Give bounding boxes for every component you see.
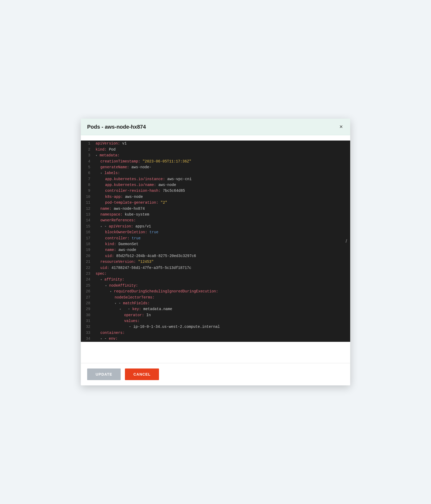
line-number: 5 bbox=[81, 164, 93, 170]
line-content[interactable]: resourceVersion: "12453" bbox=[93, 259, 350, 265]
yaml-key: controller: bbox=[105, 236, 129, 240]
line-content[interactable]: kind: Pod bbox=[93, 147, 350, 152]
line-content[interactable]: nodeSelectorTerms: bbox=[93, 295, 350, 300]
line-content[interactable]: name: aws-node-hx874 bbox=[93, 206, 350, 212]
line-content[interactable]: - ip-10-0-1-34.us-west-2.compute.interna… bbox=[93, 324, 350, 330]
table-row: 24▾ affinity: bbox=[81, 277, 350, 282]
collapse-icon[interactable]: ▾ bbox=[100, 225, 104, 228]
line-content[interactable]: ▾ metadata: bbox=[93, 152, 350, 158]
yaml-plain-value: - bbox=[123, 307, 132, 311]
yaml-key: labels: bbox=[104, 171, 120, 175]
table-row: 12name: aws-node-hx874 bbox=[81, 206, 350, 212]
yaml-key: key: bbox=[132, 307, 141, 311]
line-content[interactable]: controller-revision-hash: 7bc5c64d85 bbox=[93, 188, 350, 194]
line-number: 9 bbox=[81, 188, 93, 194]
line-content[interactable]: ▾ requiredDuringSchedulingIgnoredDuringE… bbox=[93, 288, 350, 294]
yaml-key: nodeSelectorTerms: bbox=[115, 295, 154, 300]
yaml-plain-value: In bbox=[144, 313, 151, 317]
close-button[interactable]: × bbox=[338, 123, 344, 131]
line-content[interactable]: values: bbox=[93, 318, 350, 324]
collapse-icon[interactable]: ▾ bbox=[96, 154, 99, 157]
table-row: 21resourceVersion: "12453" bbox=[81, 259, 350, 265]
line-number: 15 bbox=[81, 223, 93, 229]
line-content[interactable]: kind: DaemonSet bbox=[93, 241, 350, 247]
line-content[interactable]: ▾ - apiVersion: apps/v1 bbox=[93, 223, 350, 229]
line-number: 29 bbox=[81, 306, 93, 312]
table-row: 8app.kubernetes.io/name: aws-node bbox=[81, 182, 350, 188]
line-content[interactable]: app.kubernetes.io/instance: aws-vpc-cni bbox=[93, 176, 350, 182]
line-number: 11 bbox=[81, 200, 93, 206]
yaml-string-value: "2023-06-05T11:17:36Z" bbox=[140, 159, 191, 164]
table-row: 30operator: In bbox=[81, 312, 350, 318]
table-row: 34▾ - env: bbox=[81, 336, 350, 342]
table-row: 20uid: 85d2fb12-204b-4ca8-8275-20ed3c329… bbox=[81, 253, 350, 259]
collapse-icon[interactable]: ▾ bbox=[100, 172, 104, 175]
line-number: 10 bbox=[81, 194, 93, 200]
line-content[interactable]: creationTimestamp: "2023-06-05T11:17:36Z… bbox=[93, 158, 350, 164]
line-number: 14 bbox=[81, 217, 93, 223]
collapse-icon[interactable]: ▾ bbox=[100, 278, 104, 281]
table-row: 15▾ - apiVersion: apps/v1 bbox=[81, 223, 350, 229]
table-row: 33containers: bbox=[81, 330, 350, 336]
line-content[interactable]: blockOwnerDeletion: true bbox=[93, 229, 350, 235]
yaml-plain-value: Pod bbox=[107, 147, 116, 152]
line-content[interactable]: ▾ - key: metadata.name bbox=[93, 306, 350, 312]
line-content[interactable]: uid: 41788247-56d1-47fe-a3f5-5c13df18717… bbox=[93, 265, 350, 271]
yaml-key: controller-revision-hash: bbox=[105, 189, 161, 193]
line-content[interactable]: ▾ affinity: bbox=[93, 277, 350, 282]
table-row: 13namespace: kube-system bbox=[81, 212, 350, 217]
yaml-plain-value: aws-node-hx874 bbox=[111, 207, 145, 211]
line-number: 19 bbox=[81, 247, 93, 253]
yaml-key: kind: bbox=[96, 147, 107, 152]
table-row: 18kind: DaemonSet bbox=[81, 241, 350, 247]
collapse-icon[interactable]: ▾ bbox=[105, 284, 109, 287]
line-number: 3 bbox=[81, 152, 93, 158]
line-content[interactable]: namespace: kube-system bbox=[93, 212, 350, 217]
modal-title: Pods - aws-node-hx874 bbox=[87, 124, 146, 130]
line-content[interactable]: spec: bbox=[93, 271, 350, 277]
update-button[interactable]: UPDATE bbox=[87, 368, 121, 380]
table-row: 19name: aws-node bbox=[81, 247, 350, 253]
yaml-plain-value: apps/v1 bbox=[133, 224, 151, 228]
line-content[interactable]: pod-template-generation: "2" bbox=[93, 200, 350, 206]
line-number: 31 bbox=[81, 318, 93, 324]
yaml-key: ownerReferences: bbox=[100, 218, 136, 222]
line-content[interactable]: operator: In bbox=[93, 312, 350, 318]
line-number: 1 bbox=[81, 141, 93, 146]
line-content[interactable]: uid: 85d2fb12-204b-4ca8-8275-20ed3c3297c… bbox=[93, 253, 350, 259]
line-content[interactable]: k8s-app: aws-node bbox=[93, 194, 350, 200]
line-content[interactable]: ▾ - env: bbox=[93, 336, 350, 342]
table-row: 4creationTimestamp: "2023-06-05T11:17:36… bbox=[81, 158, 350, 164]
table-row: 16blockOwnerDeletion: true bbox=[81, 229, 350, 235]
yaml-plain-value: - ip-10-0-1-34.us-west-2.compute.interna… bbox=[129, 325, 220, 329]
yaml-string-value: "12453" bbox=[136, 260, 153, 264]
table-row: 7app.kubernetes.io/instance: aws-vpc-cni bbox=[81, 176, 350, 182]
line-content[interactable]: ▾ nodeAffinity: bbox=[93, 283, 350, 288]
collapse-icon[interactable]: ▾ bbox=[100, 337, 104, 340]
table-row: 26▾ requiredDuringSchedulingIgnoredDurin… bbox=[81, 288, 350, 294]
line-content[interactable]: ▾ - matchFields: bbox=[93, 300, 350, 306]
collapse-icon[interactable]: ▾ bbox=[110, 290, 113, 293]
line-content[interactable]: apiVersion: v1 bbox=[93, 141, 350, 146]
line-content[interactable]: generateName: aws-node- bbox=[93, 164, 350, 170]
line-content[interactable]: ▾ labels: bbox=[93, 170, 350, 176]
table-row: 31values: bbox=[81, 318, 350, 324]
yaml-plain-value: 7bc5c64d85 bbox=[161, 189, 185, 193]
modal-header: Pods - aws-node-hx874 × bbox=[81, 119, 350, 135]
line-number: 7 bbox=[81, 176, 93, 182]
collapse-icon[interactable]: ▾ bbox=[115, 302, 118, 305]
line-content[interactable]: name: aws-node bbox=[93, 247, 350, 253]
table-row: 11pod-template-generation: "2" bbox=[81, 200, 350, 206]
line-content[interactable]: ownerReferences: bbox=[93, 217, 350, 223]
yaml-string-value: "2" bbox=[158, 200, 167, 205]
collapse-icon[interactable]: ▾ bbox=[119, 308, 123, 311]
cancel-button[interactable]: CANCEL bbox=[125, 368, 159, 380]
code-editor[interactable]: 1apiVersion: v12kind: Pod3▾ metadata:4cr… bbox=[81, 141, 350, 342]
table-row: 10k8s-app: aws-node bbox=[81, 194, 350, 200]
yaml-key: nodeAffinity: bbox=[109, 283, 138, 288]
line-content[interactable]: containers: bbox=[93, 330, 350, 336]
table-row: 2kind: Pod bbox=[81, 147, 350, 152]
line-content[interactable]: controller: true bbox=[93, 235, 350, 241]
line-content[interactable]: app.kubernetes.io/name: aws-node bbox=[93, 182, 350, 188]
yaml-key: env: bbox=[109, 337, 118, 341]
